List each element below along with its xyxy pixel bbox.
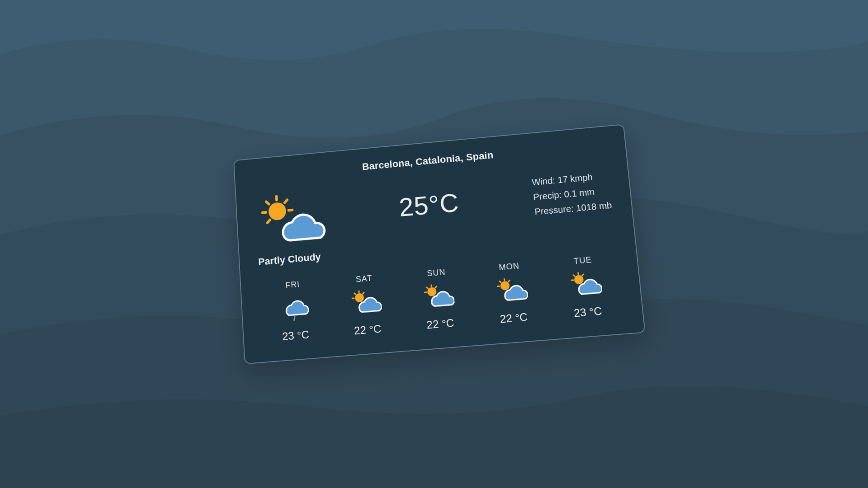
partly-cloudy-icon xyxy=(494,277,528,305)
day-temp: 23 °C xyxy=(553,303,623,321)
forecast-day: FRI 23 °C xyxy=(259,277,329,344)
current-temperature: 25°C xyxy=(342,172,517,227)
forecast-row: FRI 23 °C SAT xyxy=(259,253,623,345)
weather-card: Barcelona, Catalonia, Spain xyxy=(233,124,646,364)
day-temp: 22 °C xyxy=(406,314,475,333)
current-condition: Partly Cloudy xyxy=(258,250,330,268)
day-temp: 23 °C xyxy=(262,326,329,344)
svg-line-26 xyxy=(582,274,583,275)
light-rain-icon xyxy=(278,295,310,322)
svg-line-11 xyxy=(363,292,364,294)
svg-line-17 xyxy=(426,287,428,288)
svg-line-5 xyxy=(266,201,269,204)
svg-line-7 xyxy=(267,220,270,222)
day-temp: 22 °C xyxy=(334,320,401,338)
svg-line-6 xyxy=(262,212,266,212)
forecast-day: MON 22 °C xyxy=(475,259,549,327)
partly-cloudy-icon xyxy=(568,270,603,299)
svg-line-3 xyxy=(284,200,287,202)
partly-cloudy-icon xyxy=(349,289,382,317)
svg-point-1 xyxy=(268,202,287,221)
forecast-day: SAT 22 °C xyxy=(330,271,401,338)
day-label: MON xyxy=(475,259,544,274)
svg-line-27 xyxy=(573,275,575,276)
day-label: SAT xyxy=(330,271,398,286)
svg-line-16 xyxy=(435,286,436,287)
svg-line-12 xyxy=(354,293,356,294)
svg-line-22 xyxy=(500,281,501,282)
day-label: SUN xyxy=(402,265,470,280)
day-label: TUE xyxy=(548,253,618,268)
svg-line-21 xyxy=(508,280,509,282)
day-temp: 22 °C xyxy=(479,309,548,327)
svg-line-8 xyxy=(294,316,295,320)
forecast-day: TUE 23 °C xyxy=(548,253,623,321)
svg-line-4 xyxy=(289,210,292,210)
day-label: FRI xyxy=(259,277,326,292)
current-weather-row: Partly Cloudy 25°C Wind: 17 kmph Precip:… xyxy=(255,164,615,267)
partly-cloudy-icon xyxy=(421,282,455,310)
forecast-day: SUN 22 °C xyxy=(402,265,475,333)
current-stats: Wind: 17 kmph Precip: 0.1 mm Pressure: 1… xyxy=(531,164,613,219)
partly-cloudy-icon xyxy=(255,189,328,253)
